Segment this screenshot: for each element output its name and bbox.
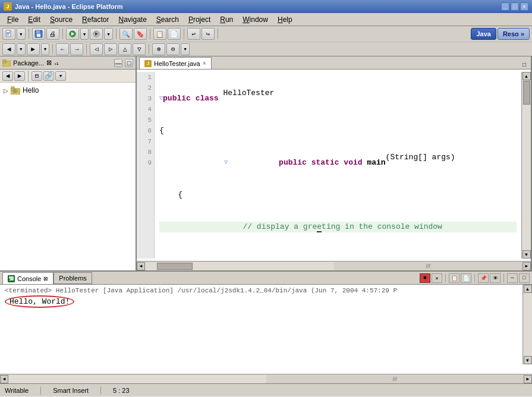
console-view-button[interactable]: 👁 xyxy=(490,273,500,283)
debug-button[interactable] xyxy=(66,28,79,40)
debug-dropdown[interactable]: ▾ xyxy=(80,28,89,40)
svg-rect-2 xyxy=(7,32,10,33)
menu-project[interactable]: Project xyxy=(184,14,215,25)
run-button[interactable] xyxy=(90,28,103,40)
status-sep-2 xyxy=(100,386,101,395)
console-minimize-button[interactable]: — xyxy=(507,273,518,283)
toolbar-secondary: ◀ ▾ ▶ ▾ ← → ◁ ▷ △ ▽ ⊕ ⊖ ▾ xyxy=(0,42,532,56)
menu-file[interactable]: File xyxy=(2,14,23,25)
menu-refactor[interactable]: Refactor xyxy=(77,14,114,25)
console-scroll-down[interactable]: ▼ xyxy=(524,356,532,364)
workspace: Package... ⊠ ₓ₁ — □ ◀ ▶ ⊟ 🔗 ▾ ▷ xyxy=(0,56,532,270)
nav-dropdown[interactable]: ▾ xyxy=(181,43,190,55)
breadcrumb-down-button[interactable]: ▽ xyxy=(133,43,146,55)
console-remove-button[interactable]: ✕ xyxy=(432,273,442,283)
run-dropdown[interactable]: ▾ xyxy=(104,28,113,40)
console-hscroll-right[interactable]: ▶ xyxy=(524,375,532,383)
hscroll-left-button[interactable]: ◀ xyxy=(137,262,145,270)
new-dropdown[interactable]: ▾ xyxy=(17,28,26,40)
forward-dropdown[interactable]: ▾ xyxy=(41,43,50,55)
window-controls[interactable]: _ □ × xyxy=(501,2,528,11)
code-content[interactable]: ▽ public class HelloTester { ▽ public st… xyxy=(155,72,521,259)
resource-perspective-button[interactable]: Reso » xyxy=(498,28,530,40)
console-hscroll-left[interactable]: ◀ xyxy=(0,375,8,383)
pkg-collapse-button[interactable]: ⊟ xyxy=(32,71,42,81)
menu-search[interactable]: Search xyxy=(152,14,184,25)
problems-tab[interactable]: Problems xyxy=(53,272,92,284)
close-button[interactable]: × xyxy=(520,2,528,11)
scroll-track[interactable] xyxy=(522,80,531,250)
package-explorer: Package... ⊠ ₓ₁ — □ ◀ ▶ ⊟ 🔗 ▾ ▷ xyxy=(0,56,137,270)
status-position: 5 : 23 xyxy=(113,387,130,394)
console-scroll-track[interactable] xyxy=(524,293,532,356)
menu-help[interactable]: Help xyxy=(273,14,297,25)
bottom-toolbar: ■ ✕ 📋 📄 📌 👁 — □ xyxy=(420,272,530,284)
back-button[interactable]: ◀ xyxy=(2,43,15,55)
menu-window[interactable]: Window xyxy=(238,14,273,25)
pkg-back-button[interactable]: ◀ xyxy=(2,71,13,81)
code-editor[interactable]: 1 2 3 4 5 6 7 8 9 ▽ public class HelloTe… xyxy=(137,70,531,261)
save-button[interactable] xyxy=(32,28,45,40)
menu-edit[interactable]: Edit xyxy=(23,14,45,25)
editor-tab-close[interactable]: × xyxy=(203,60,206,67)
menu-navigate[interactable]: Navigate xyxy=(114,14,151,25)
forward-button[interactable]: ▶ xyxy=(27,43,40,55)
menu-run[interactable]: Run xyxy=(215,14,238,25)
toolbar-sep-2 xyxy=(62,29,63,39)
breadcrumb-back-button[interactable]: ◁ xyxy=(90,43,103,55)
breadcrumb-forward-button[interactable]: ▷ xyxy=(104,43,117,55)
console-scroll-up[interactable]: ▲ xyxy=(524,285,532,293)
expand-button[interactable]: ⊕ xyxy=(152,43,165,55)
console-maximize-button[interactable]: □ xyxy=(519,273,530,283)
prev-edit-button[interactable]: ← xyxy=(56,43,69,55)
project-hello[interactable]: ▷ Hello xyxy=(2,85,133,96)
console-paste-button[interactable]: 📄 xyxy=(461,273,471,283)
editor-area: J HelloTester.java × □ 1 2 3 4 5 6 7 8 9… xyxy=(137,56,532,270)
next-edit-button[interactable]: → xyxy=(70,43,83,55)
print-button[interactable]: 🖨 xyxy=(46,28,59,40)
menu-source[interactable]: Source xyxy=(45,14,77,25)
bottom-panel: ▶ Console ⊠ Problems ■ ✕ 📋 📄 📌 👁 — □ <te… xyxy=(0,270,532,383)
minimize-button[interactable]: _ xyxy=(501,2,509,11)
editor-vertical-scrollbar[interactable]: ▲ ▼ xyxy=(521,72,531,259)
paste-button[interactable]: 📄 xyxy=(168,28,181,40)
pkg-maximize-button[interactable]: □ xyxy=(125,59,133,67)
editor-maximize-button[interactable]: □ xyxy=(520,61,528,69)
hscroll-thumb[interactable] xyxy=(157,263,193,270)
breadcrumb-up-button[interactable]: △ xyxy=(118,43,131,55)
scroll-up-button[interactable]: ▲ xyxy=(522,72,531,80)
console-hscroll-track[interactable] xyxy=(8,375,266,383)
java-perspective-button[interactable]: Java xyxy=(471,28,496,40)
editor-horizontal-scrollbar[interactable]: ◀ /// ▶ xyxy=(137,261,531,270)
collapse-button[interactable]: ⊖ xyxy=(166,43,180,55)
search-ext-button[interactable]: 🔍 xyxy=(119,28,133,40)
hscroll-track[interactable] xyxy=(145,262,334,270)
pkg-minimize-button[interactable]: — xyxy=(114,59,122,67)
project-expand-triangle[interactable]: ▷ xyxy=(4,87,8,94)
console-output-line: Hello, World! xyxy=(5,295,527,308)
console-pin-button[interactable]: 📌 xyxy=(478,273,489,283)
hscroll-right-button[interactable]: ▶ xyxy=(522,262,531,270)
pkg-link-button[interactable]: 🔗 xyxy=(43,71,54,81)
pkg-menu-button[interactable]: ▾ xyxy=(55,71,66,81)
package-explorer-index: ₓ₁ xyxy=(54,60,59,66)
console-tab[interactable]: ▶ Console ⊠ xyxy=(2,272,53,284)
bookmark-button[interactable]: 🔖 xyxy=(134,28,147,40)
scroll-down-button[interactable]: ▼ xyxy=(522,250,531,259)
copy-button[interactable]: 📋 xyxy=(153,28,166,40)
undo-button[interactable]: ↩ xyxy=(187,28,200,40)
console-stop-button[interactable]: ■ xyxy=(420,273,430,283)
scroll-thumb[interactable] xyxy=(523,81,530,105)
toolbar-area: ▾ 🖨 ▾ ▾ 🔍 🔖 📋 📄 ↩ ↪ Java Reso » ◀ ▾ xyxy=(0,26,532,56)
pkg-forward-button[interactable]: ▶ xyxy=(14,71,25,81)
new-button[interactable] xyxy=(2,28,15,40)
package-explorer-marker: ⊠ xyxy=(46,59,52,67)
console-horizontal-scrollbar[interactable]: ◀ /// ▶ xyxy=(0,374,532,383)
redo-button[interactable]: ↪ xyxy=(202,28,215,40)
editor-tab-hellotester[interactable]: J HelloTester.java × xyxy=(139,57,212,69)
back-dropdown[interactable]: ▾ xyxy=(17,43,26,55)
app-icon: J xyxy=(4,2,12,11)
console-vertical-scrollbar[interactable]: ▲ ▼ xyxy=(522,285,532,364)
console-copy-button[interactable]: 📋 xyxy=(449,273,459,283)
restore-button[interactable]: □ xyxy=(511,2,519,11)
